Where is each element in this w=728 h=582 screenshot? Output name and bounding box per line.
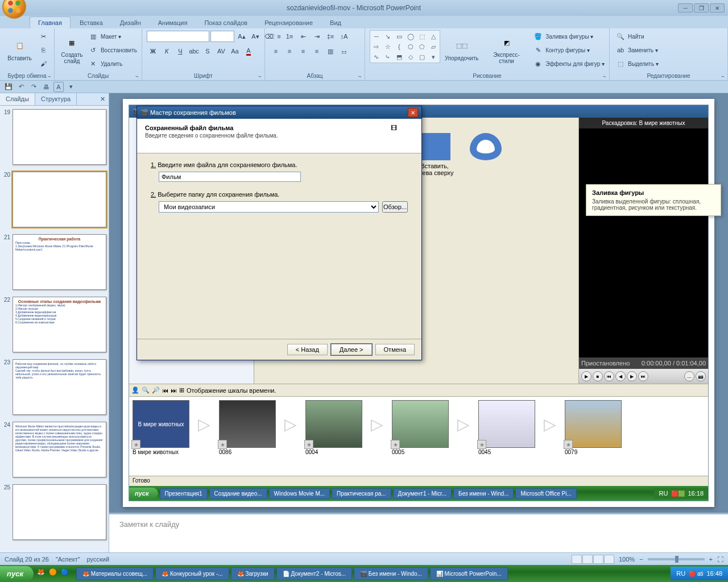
reset-button[interactable]: Восстановить xyxy=(101,47,137,53)
view-buttons[interactable] xyxy=(572,555,614,564)
paste-button[interactable]: 📋 Вставить xyxy=(5,30,35,68)
slide-thumb[interactable]: 20 xyxy=(2,172,106,227)
arrange-button[interactable]: ⬚⬚Упорядочить xyxy=(442,30,481,68)
back-button[interactable]: < Назад xyxy=(287,344,328,355)
next-button[interactable]: ⏭ xyxy=(638,371,648,381)
tool-icon[interactable]: 🔍 xyxy=(142,386,150,394)
align-right[interactable]: ≡ xyxy=(297,45,309,57)
rew-button[interactable]: ◀ xyxy=(615,371,626,381)
find-button[interactable]: Найти xyxy=(628,34,644,40)
strike-button[interactable]: abc xyxy=(188,45,200,57)
filename-input[interactable] xyxy=(159,172,301,182)
split-button[interactable]: ⸏ xyxy=(684,371,694,381)
fit-button[interactable]: ⛶ xyxy=(717,556,723,563)
copy-button[interactable]: ⎘ xyxy=(37,44,49,56)
task-item[interactable]: Документ1 - Micr... xyxy=(393,488,452,499)
panel-tab-outline[interactable]: Структура xyxy=(35,93,77,105)
taskbar-item[interactable]: 🦊 Материалы ссовещ... xyxy=(76,567,154,580)
transition-item[interactable] xyxy=(466,133,506,176)
qat-save[interactable]: 💾 xyxy=(3,82,14,92)
browse-button[interactable]: Обзор... xyxy=(382,201,408,213)
storyboard-clip[interactable]: 0079 xyxy=(565,400,622,455)
task-item[interactable]: Windows Movie M... xyxy=(269,488,330,499)
task-item[interactable]: Microsoft Office Pi... xyxy=(515,488,576,499)
taskbar-item[interactable]: 🎬 Без имени - Windo... xyxy=(354,567,428,580)
zoom-in[interactable]: + xyxy=(709,556,713,563)
quick-styles-button[interactable]: ◩Экспресс-стили xyxy=(483,30,530,68)
taskbar-item[interactable]: 📊 Microsoft PowerPoin... xyxy=(430,567,508,580)
shrink-font[interactable]: A▾ xyxy=(249,30,262,43)
shape-effects[interactable]: Эффекты для фигур ▾ xyxy=(545,61,605,67)
slide-thumb[interactable]: 23Работая над созданием фильма, ты глубж… xyxy=(2,359,106,415)
system-tray[interactable]: RU 🔴 ati 16:48 xyxy=(671,567,728,580)
cut-button[interactable]: ✂ xyxy=(37,30,49,43)
delete-button[interactable]: Удалить xyxy=(101,61,122,67)
slide-thumb[interactable]: 22Основные этапы создания видеофильма1.И… xyxy=(2,297,106,352)
zoom-slider[interactable] xyxy=(648,558,705,560)
shape-outline[interactable]: Контур фигуры ▾ xyxy=(545,47,590,53)
prev-button[interactable]: ⏮ xyxy=(604,371,614,381)
slide-thumb[interactable]: 21Практическая работаПриступим... 1.Запу… xyxy=(2,234,106,290)
shadow-button[interactable]: S xyxy=(201,45,214,57)
line-spacing[interactable]: ‡≡ xyxy=(324,30,337,43)
tool-icon[interactable]: 🔎 xyxy=(152,386,160,394)
font-color[interactable]: A xyxy=(242,45,255,57)
qat-undo[interactable]: ↶ xyxy=(16,82,26,92)
align-center[interactable]: ≡ xyxy=(283,45,296,57)
task-item[interactable]: Создание видео... xyxy=(209,488,267,499)
spacing-button[interactable]: AV xyxy=(215,45,228,57)
taskbar-item[interactable]: 🦊 Загрузки xyxy=(231,567,275,580)
snapshot-button[interactable]: 📷 xyxy=(696,371,706,381)
tool-icon[interactable]: ⏭ xyxy=(171,387,177,394)
underline-button[interactable]: Ч xyxy=(174,45,187,57)
shapes-gallery[interactable]: ─↘▭◯⬚△ ⇨☆{⬡⬠▱ ∿⤷⬒◇▢▾ xyxy=(370,30,440,63)
bold-button[interactable]: Ж xyxy=(147,45,159,57)
ql-icon[interactable]: 🔵 xyxy=(61,568,71,579)
bullets[interactable]: ⋮≡ xyxy=(270,30,282,43)
taskbar-item[interactable]: 🦊 Конкурсный урок -... xyxy=(155,567,229,580)
play-button[interactable]: ▶ xyxy=(581,371,592,381)
close-button[interactable]: ✕ xyxy=(710,3,725,13)
transition-slot[interactable]: ▷ xyxy=(537,400,562,448)
tab-insert[interactable]: Вставка xyxy=(72,17,111,28)
transition-slot[interactable]: ▷ xyxy=(451,400,476,448)
stop-button[interactable]: ■ xyxy=(593,371,603,381)
select-button[interactable]: Выделить ▾ xyxy=(628,61,659,67)
qat-more[interactable]: ▾ xyxy=(66,82,76,92)
wizard-close[interactable]: ✕ xyxy=(408,108,418,117)
ql-icon[interactable]: 🦊 xyxy=(37,568,47,579)
smartart[interactable]: ⚏ xyxy=(338,45,350,57)
slide-thumb[interactable]: 25 xyxy=(2,484,106,540)
storyboard-clip[interactable]: 0005 xyxy=(392,400,449,455)
tab-view[interactable]: Вид xyxy=(322,17,349,28)
align-justify[interactable]: ≡ xyxy=(311,45,323,57)
slide-thumb[interactable]: 24Windows Movie Maker является простейши… xyxy=(2,422,106,477)
fwd-button[interactable]: ▶ xyxy=(627,371,637,381)
mm-storyboard[interactable]: В мире животныхВ мире животных▷0086▷0004… xyxy=(129,396,708,476)
indent-inc[interactable]: ⇥ xyxy=(311,30,323,43)
replace-button[interactable]: Заменить ▾ xyxy=(628,47,658,53)
case-button[interactable]: Aa xyxy=(229,45,241,57)
taskbar-item[interactable]: 📄 Документ2 - Micros... xyxy=(276,567,352,580)
maximize-button[interactable]: ❐ xyxy=(694,3,709,13)
transition-slot[interactable]: ▷ xyxy=(365,400,390,448)
tool-icon[interactable]: ⊞ xyxy=(179,386,184,394)
task-item[interactable]: Без имени - Wind... xyxy=(453,488,514,499)
transition-slot[interactable]: ▷ xyxy=(278,400,303,448)
grow-font[interactable]: A▴ xyxy=(235,30,248,43)
columns[interactable]: ▥ xyxy=(324,45,337,57)
cancel-button[interactable]: Отмена xyxy=(375,344,415,355)
inner-start[interactable]: пуск xyxy=(129,488,158,499)
panel-tab-slides[interactable]: Слайды xyxy=(0,93,35,105)
indent-dec[interactable]: ⇤ xyxy=(297,30,309,43)
layout-button[interactable]: Макет ▾ xyxy=(101,34,121,40)
task-item[interactable]: Презентация1 xyxy=(160,488,208,499)
font-size[interactable] xyxy=(210,31,234,42)
tab-slideshow[interactable]: Показ слайдов xyxy=(196,17,255,28)
next-button[interactable]: Далее > xyxy=(331,344,372,355)
start-button[interactable]: пуск xyxy=(0,566,34,581)
qat-textbox[interactable]: A xyxy=(53,82,64,92)
tab-home[interactable]: Главная xyxy=(30,16,71,28)
slide-thumb[interactable]: 19 xyxy=(2,109,106,165)
zoom-out[interactable]: − xyxy=(639,556,643,563)
